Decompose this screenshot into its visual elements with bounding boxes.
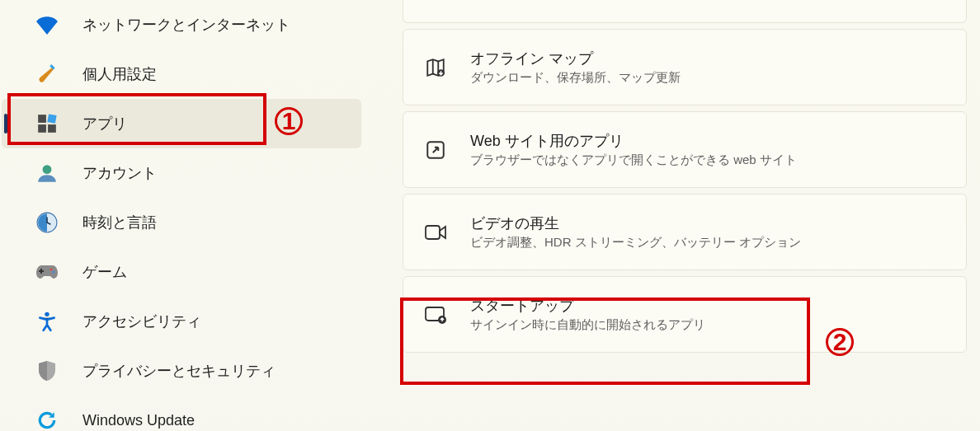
- sidebar-item-label: ネットワークとインターネット: [82, 15, 290, 35]
- time-icon: [35, 210, 59, 235]
- sidebar-item-personalization[interactable]: 個人用設定: [2, 49, 361, 99]
- startup-icon: [424, 303, 447, 326]
- card-title: ビデオの再生: [470, 213, 801, 233]
- sidebar-item-time[interactable]: 時刻と言語: [2, 198, 361, 247]
- paint-icon: [35, 62, 59, 87]
- card-title: オフライン マップ: [470, 49, 681, 68]
- svg-point-6: [50, 269, 53, 271]
- sidebar-item-account[interactable]: アカウント: [2, 148, 361, 198]
- update-icon: [35, 408, 59, 431]
- card-subtitle: サインイン時に自動的に開始されるアプリ: [470, 317, 705, 333]
- card-title: Web サイト用のアプリ: [470, 131, 797, 151]
- card-text: ビデオの再生 ビデオ調整、HDR ストリーミング、バッテリー オプション: [470, 213, 801, 251]
- card-title: スタートアップ: [470, 296, 705, 316]
- svg-rect-3: [47, 114, 56, 123]
- gamepad-icon: [35, 260, 59, 284]
- svg-point-8: [45, 312, 49, 316]
- sidebar-item-privacy[interactable]: プライバシーとセキュリティ: [2, 346, 361, 396]
- card-web-apps[interactable]: Web サイト用のアプリ ブラウザーではなくアプリで開くことができる web サ…: [403, 111, 967, 188]
- sidebar-item-apps[interactable]: アプリ: [2, 99, 361, 148]
- card-subtitle: ブラウザーではなくアプリで開くことができる web サイト: [470, 152, 797, 168]
- accessibility-icon: [35, 309, 59, 334]
- card-subtitle: ダウンロード、保存場所、マップ更新: [470, 70, 681, 86]
- card-video[interactable]: ビデオの再生 ビデオ調整、HDR ストリーミング、バッテリー オプション: [403, 194, 967, 270]
- sidebar-item-label: ゲーム: [82, 262, 127, 282]
- settings-main: オフライン マップ ダウンロード、保存場所、マップ更新 Web サイト用のアプリ…: [363, 0, 980, 431]
- card-text: スタートアップ サインイン時に自動的に開始されるアプリ: [470, 296, 705, 333]
- apps-icon: [35, 111, 59, 136]
- video-icon: [424, 221, 447, 244]
- card-startup[interactable]: スタートアップ サインイン時に自動的に開始されるアプリ: [403, 276, 967, 353]
- wifi-icon: [35, 12, 59, 37]
- svg-point-7: [53, 271, 55, 274]
- sidebar-item-games[interactable]: ゲーム: [2, 247, 361, 297]
- sidebar-item-network[interactable]: ネットワークとインターネット: [2, 0, 361, 49]
- open-icon: [424, 138, 447, 162]
- sidebar-item-label: アプリ: [82, 114, 127, 134]
- svg-rect-0: [38, 115, 46, 123]
- svg-rect-1: [38, 124, 46, 133]
- sidebar-item-label: Windows Update: [82, 412, 195, 429]
- card-text: オフライン マップ ダウンロード、保存場所、マップ更新: [470, 49, 681, 86]
- svg-point-4: [43, 165, 52, 174]
- settings-sidebar: ネットワークとインターネット 個人用設定 アプリ アカウント 時刻と言語 ゲーム: [0, 0, 363, 431]
- svg-rect-2: [48, 124, 56, 133]
- sidebar-item-label: 個人用設定: [82, 64, 157, 84]
- map-icon: [424, 56, 447, 79]
- shield-icon: [35, 358, 59, 383]
- sidebar-item-accessibility[interactable]: アクセシビリティ: [2, 297, 361, 346]
- sidebar-item-label: アカウント: [82, 163, 157, 183]
- sidebar-item-label: アクセシビリティ: [82, 312, 201, 331]
- account-icon: [35, 161, 59, 185]
- sidebar-item-label: 時刻と言語: [82, 213, 157, 232]
- sidebar-item-update[interactable]: Windows Update: [2, 396, 361, 431]
- card-offline-maps[interactable]: オフライン マップ ダウンロード、保存場所、マップ更新: [403, 29, 967, 105]
- card-text: Web サイト用のアプリ ブラウザーではなくアプリで開くことができる web サ…: [470, 131, 797, 168]
- card-partial-top[interactable]: [403, 0, 967, 23]
- sidebar-item-label: プライバシーとセキュリティ: [82, 361, 276, 381]
- svg-rect-11: [426, 226, 440, 239]
- card-subtitle: ビデオ調整、HDR ストリーミング、バッテリー オプション: [470, 235, 801, 251]
